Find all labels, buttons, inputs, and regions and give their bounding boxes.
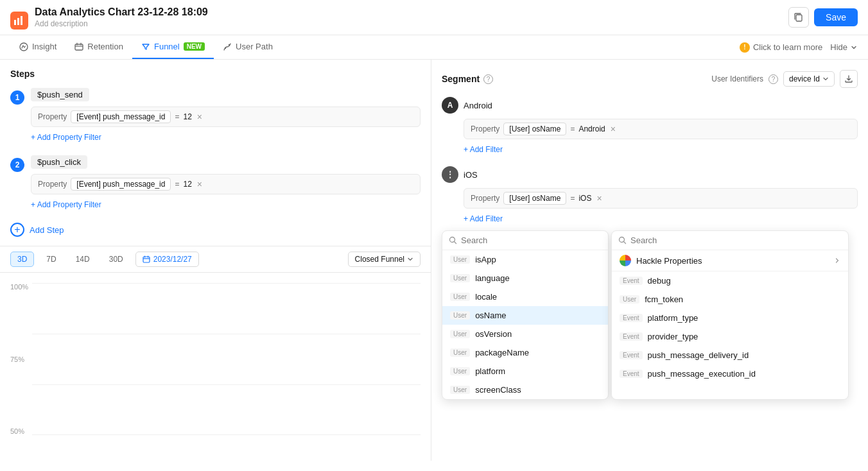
duplicate-button[interactable] (788, 7, 809, 28)
right-item-delivery-id[interactable]: Event push_message_delivery_id (612, 346, 848, 364)
hackle-properties-label: Hackle Properties (636, 256, 702, 266)
prop-item-isapp[interactable]: User isApp (442, 250, 608, 269)
prop-name-isapp: isApp (475, 255, 496, 264)
right-search-icon (618, 236, 627, 244)
android-add-filter[interactable]: + Add Filter (464, 143, 858, 156)
ios-menu-icon[interactable]: ⋮ (442, 166, 458, 183)
prop-item-screenclass[interactable]: User screenClass (442, 381, 608, 399)
android-prop-label: Property (471, 124, 499, 133)
right-tag-platform-type: Event (620, 314, 643, 322)
ios-add-filter-label: + Add Filter (464, 214, 503, 223)
prop-tag-packagename: User (450, 348, 470, 357)
step-1-remove[interactable]: × (197, 112, 202, 122)
prop-name-packagename: packageName (475, 348, 529, 357)
ios-remove[interactable]: × (596, 193, 602, 203)
tab-insight-label: Insight (32, 42, 56, 51)
page-description[interactable]: Add description (35, 19, 788, 28)
tab-funnel[interactable]: Funnel NEW (132, 35, 214, 59)
ios-value: iOS (578, 194, 591, 203)
tab-user-path[interactable]: User Path (214, 35, 282, 59)
ios-prop-name[interactable]: [User] osName (503, 192, 566, 205)
prop-item-language[interactable]: User language (442, 269, 608, 287)
svg-point-9 (450, 237, 455, 243)
prop-tag-language: User (450, 274, 470, 282)
step-2-prop-name[interactable]: [Event] push_message_id (71, 178, 171, 191)
right-item-execution-id[interactable]: Event push_message_execution_id (612, 364, 848, 383)
android-op: = (570, 124, 575, 133)
property-dropdown-left: User isApp User language User locale U (442, 230, 609, 400)
funnel-type-label: Closed Funnel (355, 255, 404, 264)
tab-user-path-label: User Path (236, 42, 273, 51)
right-name-fcm: fcm_token (645, 295, 683, 304)
period-3d[interactable]: 3D (10, 252, 34, 267)
step-1-prop-name[interactable]: [Event] push_message_id (71, 110, 171, 123)
prop-tag-isapp: User (450, 255, 470, 264)
hackle-properties-item[interactable]: Hackle Properties (612, 250, 848, 271)
right-tag-provider-type: Event (620, 332, 643, 341)
prop-tag-locale: User (450, 293, 470, 301)
android-prop-name[interactable]: [User] osName (503, 123, 566, 135)
prop-tag-osname: User (450, 311, 470, 320)
learn-more-button[interactable]: ! Click to learn more (740, 42, 822, 53)
ios-prop-label: Property (471, 194, 499, 203)
user-id-select[interactable]: device Id (783, 71, 835, 87)
ios-prop-row: Property [User] osName = iOS × (464, 188, 858, 209)
segment-download-button[interactable] (840, 70, 858, 88)
prop-item-osname[interactable]: User osName (442, 306, 608, 325)
right-search-input[interactable] (630, 236, 842, 245)
prop-item-locale[interactable]: User locale (442, 287, 608, 306)
date-picker[interactable]: 2023/12/27 (135, 252, 199, 267)
svg-rect-0 (14, 20, 16, 25)
svg-point-6 (225, 47, 226, 48)
user-id-help-icon[interactable]: ? (768, 74, 778, 84)
period-30d[interactable]: 30D (102, 252, 130, 267)
prop-item-packagename[interactable]: User packageName (442, 343, 608, 362)
step-2-add-filter[interactable]: + Add Property Filter (31, 198, 421, 211)
add-step-button[interactable]: + Add Step (10, 223, 421, 237)
add-step-icon: + (10, 223, 24, 237)
svg-rect-1 (17, 18, 19, 25)
prop-tag-screenclass: User (450, 386, 470, 394)
android-prop-row: Property [User] osName = Android × (464, 119, 858, 139)
right-item-platform-type[interactable]: Event platform_type (612, 309, 848, 327)
segment-panel: Segment ? User Identifiers ? device Id A… (431, 60, 868, 461)
prop-item-osversion[interactable]: User osVersion (442, 325, 608, 343)
right-tag-fcm: User (620, 295, 639, 304)
prop-name-platform: platform (475, 366, 505, 376)
step-1-add-filter[interactable]: + Add Property Filter (31, 131, 421, 144)
funnel-type-select[interactable]: Closed Funnel (348, 252, 421, 267)
prop-item-platform[interactable]: User platform (442, 362, 608, 381)
step-2-op: = (175, 180, 179, 189)
right-item-debug[interactable]: Event debug (612, 271, 848, 290)
chart-y-50: 50% (10, 427, 28, 435)
tab-retention-label: Retention (87, 42, 123, 51)
step-1-property-row: Property [Event] push_message_id = 12 × (31, 107, 421, 127)
learn-more-label: Click to learn more (753, 42, 822, 52)
right-item-fcm[interactable]: User fcm_token (612, 290, 848, 309)
segment-title: Segment (442, 74, 480, 84)
right-name-platform-type: platform_type (648, 313, 699, 323)
right-item-provider-type[interactable]: Event provider_type (612, 327, 848, 346)
ios-add-filter[interactable]: + Add Filter (464, 212, 858, 225)
save-button[interactable]: Save (814, 8, 858, 26)
step-2: 2 $push_click Property [Event] push_mess… (10, 155, 421, 211)
period-14d[interactable]: 14D (69, 252, 97, 267)
chart-area: 100% 75% 50% (0, 273, 431, 461)
tab-insight[interactable]: Insight (10, 35, 65, 59)
step-1-add-filter-label: + Add Property Filter (31, 133, 101, 142)
hide-button[interactable]: Hide (830, 42, 858, 52)
segment-group-android: A Android Property [User] osName = Andro… (442, 97, 858, 156)
step-2-remove[interactable]: × (197, 179, 202, 189)
segment-help-icon[interactable]: ? (483, 74, 493, 84)
property-search-input[interactable] (461, 236, 602, 245)
property-dropdown-right: Hackle Properties Event debug User fcm_t… (611, 230, 849, 400)
prop-name-screenclass: screenClass (475, 385, 521, 395)
hackle-chevron-icon (834, 257, 840, 264)
period-7d[interactable]: 7D (39, 252, 63, 267)
tab-retention[interactable]: Retention (65, 35, 132, 59)
right-name-provider-type: provider_type (648, 332, 699, 341)
step-1-number: 1 (10, 90, 24, 105)
android-remove[interactable]: × (611, 124, 616, 134)
step-2-number: 2 (10, 158, 24, 172)
prop-name-language: language (475, 273, 510, 283)
